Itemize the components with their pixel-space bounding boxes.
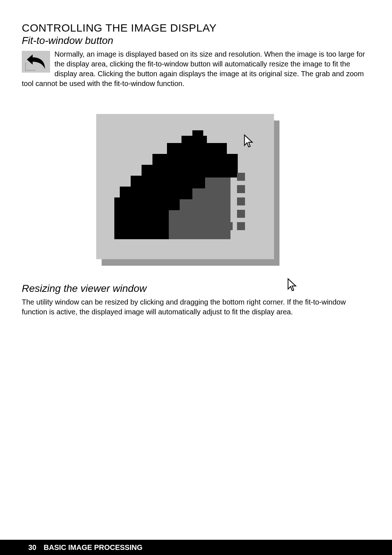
selection-marquee-icon [25, 63, 35, 70]
chapter-title: BASIC IMAGE PROCESSING [44, 543, 142, 552]
page-footer: 30 BASIC IMAGE PROCESSING [0, 540, 392, 555]
resize-handle-dot [237, 185, 245, 193]
resize-handle-dot [225, 222, 233, 230]
illustration-resize-window [22, 114, 370, 279]
fit-to-window-description: Normally, an image is displayed based on… [22, 49, 370, 89]
pixel-block [114, 208, 169, 239]
resize-handle-dot [212, 222, 220, 230]
fit-to-window-icon [22, 51, 50, 73]
resize-handle-dot [237, 210, 245, 218]
subheading-fit-to-window: Fit-to-window button [22, 35, 370, 46]
heading-controlling-image-display: CONTROLLING THE IMAGE DISPLAY [22, 22, 370, 34]
section-fit-to-window: Fit-to-window button Normally, an image … [22, 35, 370, 89]
resizing-viewer-description: The utility window can be resized by cli… [22, 297, 370, 317]
section-resizing-viewer: Resizing the viewer window The utility w… [22, 283, 370, 317]
resize-handle-dot [200, 222, 208, 230]
resize-handle-dot [237, 222, 245, 230]
resize-handle-dot [237, 197, 245, 205]
page-number: 30 [28, 543, 36, 552]
document-page: CONTROLLING THE IMAGE DISPLAY Fit-to-win… [0, 0, 392, 555]
cursor-icon [243, 134, 254, 150]
cursor-icon [287, 278, 298, 294]
resize-handle-dot [237, 173, 245, 181]
subheading-resizing-viewer: Resizing the viewer window [22, 283, 370, 294]
